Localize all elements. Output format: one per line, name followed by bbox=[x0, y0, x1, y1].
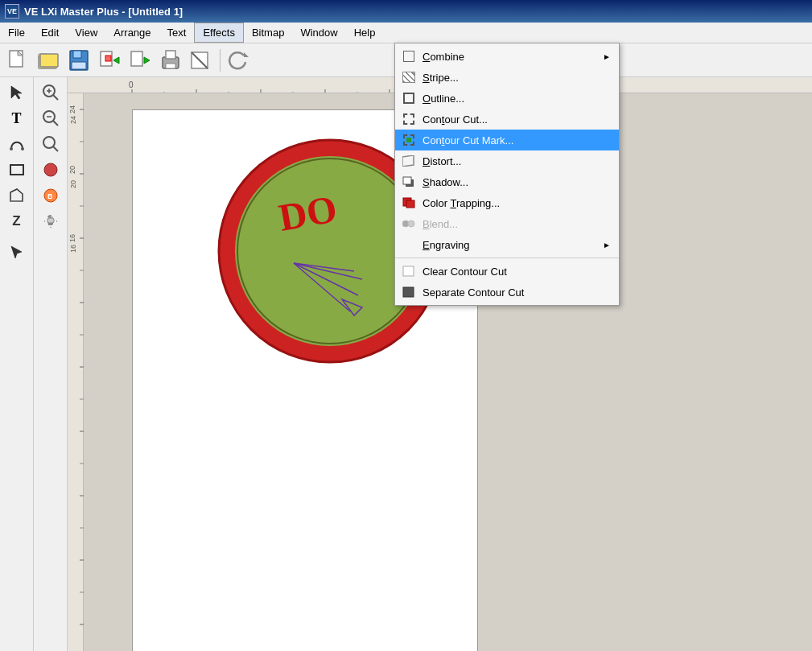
menu-outline[interactable]: Outline... bbox=[395, 88, 619, 109]
svg-text:16: 16 bbox=[69, 245, 77, 253]
menu-bar: File Edit View Arrange Text Effects Bitm… bbox=[0, 23, 812, 43]
menu-contour-cut[interactable]: Contour Cut... bbox=[395, 109, 619, 130]
svg-marker-28 bbox=[11, 86, 22, 99]
menu-engraving[interactable]: Engraving ► bbox=[395, 234, 619, 255]
outline-icon bbox=[400, 91, 418, 105]
svg-rect-20 bbox=[131, 52, 142, 66]
stripe-icon bbox=[400, 70, 418, 84]
menu-stripe[interactable]: Stripe... bbox=[395, 67, 619, 88]
menu-bitmap[interactable]: Bitmap bbox=[244, 23, 292, 43]
svg-point-29 bbox=[10, 147, 13, 150]
svg-line-40 bbox=[53, 121, 58, 126]
toolbar-export[interactable] bbox=[126, 47, 155, 74]
tool-color1[interactable] bbox=[38, 158, 64, 182]
tool-bezier[interactable] bbox=[4, 132, 30, 156]
menu-clear-contour-cut[interactable]: Clear Contour Cut bbox=[395, 261, 619, 282]
svg-point-42 bbox=[43, 137, 55, 148]
blend-icon bbox=[400, 216, 418, 231]
svg-rect-47 bbox=[47, 218, 54, 223]
menu-file[interactable]: File bbox=[0, 23, 33, 43]
menu-view[interactable]: View bbox=[67, 23, 105, 43]
distort-icon bbox=[400, 154, 418, 168]
tool-select[interactable] bbox=[4, 80, 30, 105]
engraving-submenu-arrow: ► bbox=[603, 241, 611, 249]
menu-blend: Blend... bbox=[395, 213, 619, 234]
submenu-arrow: ► bbox=[603, 52, 611, 61]
svg-rect-31 bbox=[10, 165, 23, 175]
svg-rect-4 bbox=[406, 200, 414, 208]
svg-marker-21 bbox=[144, 57, 150, 64]
menu-separator bbox=[395, 258, 619, 258]
menu-contour-cut-mark[interactable]: Contour Cut Mark... bbox=[395, 130, 619, 150]
menu-help[interactable]: Help bbox=[346, 23, 384, 43]
svg-point-6 bbox=[408, 220, 414, 227]
menu-edit[interactable]: Edit bbox=[33, 23, 67, 43]
secondary-toolbox: B bbox=[34, 77, 68, 651]
shadow-icon bbox=[400, 175, 418, 189]
svg-line-36 bbox=[53, 95, 58, 100]
svg-rect-16 bbox=[72, 62, 86, 69]
svg-rect-8 bbox=[403, 287, 414, 297]
app-title: VE LXi Master Plus - [Untitled 1] bbox=[24, 6, 183, 18]
separate-contour-icon bbox=[400, 285, 418, 299]
svg-point-44 bbox=[44, 163, 57, 176]
svg-rect-15 bbox=[73, 51, 81, 58]
svg-text:24: 24 bbox=[69, 116, 77, 124]
svg-rect-24 bbox=[166, 64, 175, 68]
color-trapping-icon bbox=[400, 196, 418, 210]
combine-icon bbox=[400, 49, 418, 64]
svg-marker-32 bbox=[10, 189, 23, 201]
effects-dropdown: Combine ► Stripe... Outline... Contour C… bbox=[394, 43, 620, 306]
menu-combine[interactable]: Combine ► bbox=[395, 46, 619, 67]
svg-point-30 bbox=[21, 147, 24, 150]
svg-marker-0 bbox=[402, 155, 414, 167]
tool-zoom[interactable]: Z bbox=[4, 209, 30, 233]
tool-rect[interactable] bbox=[4, 158, 30, 182]
svg-rect-18 bbox=[105, 56, 111, 61]
tool-pan[interactable] bbox=[38, 209, 64, 233]
svg-marker-19 bbox=[113, 57, 119, 64]
contour-cut-mark-icon bbox=[400, 133, 418, 147]
toolbar-import[interactable] bbox=[95, 47, 124, 74]
contour-cut-icon bbox=[400, 112, 418, 126]
toolbar-save[interactable] bbox=[64, 47, 93, 74]
svg-text:20: 20 bbox=[69, 180, 77, 188]
svg-rect-23 bbox=[166, 51, 175, 59]
menu-separate-contour-cut[interactable]: Separate Contour Cut bbox=[395, 282, 619, 303]
menu-shadow[interactable]: Shadow... bbox=[395, 171, 619, 192]
tool-text[interactable]: T bbox=[4, 106, 30, 130]
title-bar: VE VE LXi Master Plus - [Untitled 1] bbox=[0, 0, 812, 23]
tool-zoom-in[interactable] bbox=[38, 80, 64, 105]
toolbar-new[interactable] bbox=[3, 47, 32, 74]
toolbar-redo[interactable] bbox=[225, 47, 253, 74]
menu-effects[interactable]: Effects bbox=[194, 23, 244, 43]
svg-marker-34 bbox=[11, 246, 22, 258]
menu-color-trapping[interactable]: Color Trapping... bbox=[395, 192, 619, 213]
left-toolbox: T Z bbox=[0, 77, 34, 651]
clear-contour-icon bbox=[400, 264, 418, 278]
svg-text:B: B bbox=[47, 192, 53, 200]
tool-color2[interactable]: B bbox=[38, 183, 64, 208]
engraving-icon bbox=[400, 237, 418, 252]
svg-rect-2 bbox=[403, 177, 411, 184]
tool-zoom-minus[interactable] bbox=[38, 132, 64, 156]
svg-marker-27 bbox=[244, 52, 249, 57]
tool-zoom-out-loop[interactable] bbox=[38, 106, 64, 130]
menu-distort[interactable]: Distort... bbox=[395, 150, 619, 171]
side-ruler: 24 20 16 bbox=[68, 93, 84, 651]
svg-rect-13 bbox=[40, 54, 58, 67]
toolbar-separator bbox=[220, 49, 221, 72]
svg-line-43 bbox=[53, 146, 58, 151]
app-icon: VE bbox=[5, 4, 19, 19]
svg-rect-7 bbox=[403, 266, 414, 276]
toolbar-print[interactable] bbox=[156, 47, 185, 74]
tool-node-edit[interactable] bbox=[4, 240, 30, 264]
toolbar-cut[interactable] bbox=[187, 47, 216, 74]
svg-text:0: 0 bbox=[129, 80, 134, 89]
menu-arrange[interactable]: Arrange bbox=[105, 23, 159, 43]
tool-node[interactable] bbox=[4, 183, 30, 208]
menu-text[interactable]: Text bbox=[159, 23, 195, 43]
menu-window[interactable]: Window bbox=[292, 23, 345, 43]
toolbar-open[interactable] bbox=[34, 47, 63, 74]
